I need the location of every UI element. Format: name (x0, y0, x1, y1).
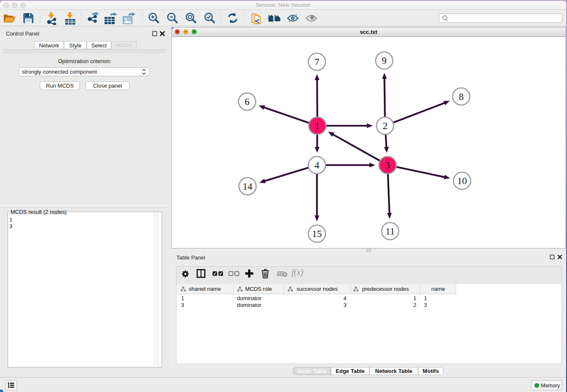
svg-text:14: 14 (243, 181, 253, 192)
svg-text:15: 15 (312, 229, 322, 239)
svg-text:11: 11 (385, 226, 395, 237)
svg-text:10: 10 (457, 176, 467, 186)
svg-text:2: 2 (383, 121, 388, 131)
svg-text:1: 1 (315, 121, 320, 131)
svg-text:7: 7 (314, 57, 319, 67)
svg-text:6: 6 (245, 97, 250, 107)
svg-text:3: 3 (385, 160, 390, 171)
svg-text:8: 8 (459, 91, 464, 102)
svg-text:9: 9 (382, 55, 387, 66)
svg-text:4: 4 (314, 160, 319, 171)
